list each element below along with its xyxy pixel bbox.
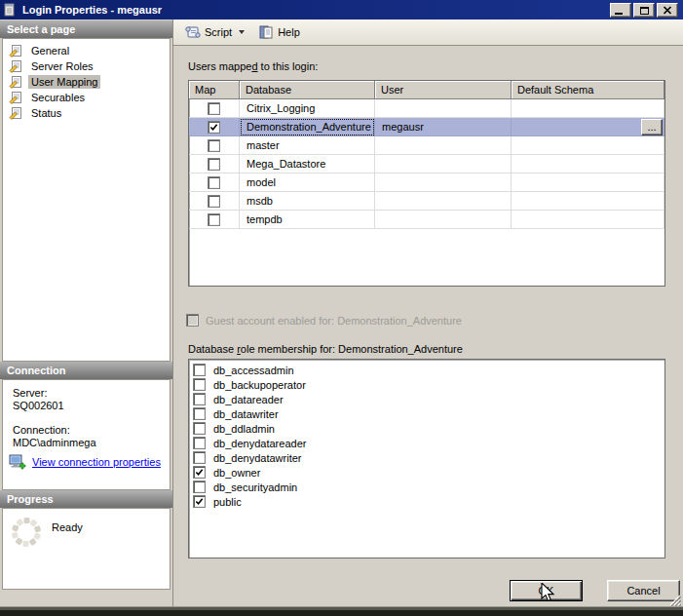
table-row[interactable]: msdb: [189, 192, 664, 211]
role-checkbox[interactable]: [193, 437, 206, 449]
map-checkbox[interactable]: [208, 121, 220, 134]
list-item-db_datareader[interactable]: db_datareader: [189, 392, 664, 406]
role-checkbox[interactable]: [193, 495, 206, 508]
map-checkbox[interactable]: [208, 213, 220, 226]
default-schema-cell[interactable]: [512, 99, 664, 118]
table-row[interactable]: model: [189, 173, 664, 192]
list-item-db_securityadmin[interactable]: db_securityadmin: [189, 480, 664, 494]
column-header-user[interactable]: User: [375, 81, 512, 99]
role-checkbox[interactable]: [193, 378, 206, 391]
toolbar: Script Help: [173, 19, 683, 46]
list-item-db_denydatawriter[interactable]: db_denydatawriter: [189, 450, 664, 465]
connection-label: Connection:: [13, 424, 70, 436]
page-icon: [9, 59, 23, 73]
user-cell[interactable]: [375, 136, 512, 155]
database-cell[interactable]: master: [240, 136, 375, 155]
role-checkbox[interactable]: [193, 466, 206, 479]
progress-status: Ready: [52, 521, 83, 533]
role-checkbox[interactable]: [193, 451, 206, 464]
minimize-button[interactable]: [610, 3, 631, 18]
sidebar-item-user-mapping[interactable]: User Mapping: [3, 74, 170, 90]
role-checkbox[interactable]: [193, 364, 206, 376]
default-schema-cell[interactable]: [512, 211, 664, 229]
default-schema-browse-button[interactable]: ...: [641, 119, 663, 135]
role-label: db_denydatareader: [213, 438, 306, 449]
table-row[interactable]: Citrix_Logging: [189, 99, 664, 118]
role-checkbox[interactable]: [193, 481, 206, 493]
map-checkbox[interactable]: [208, 158, 220, 171]
connection-value: MDC\adminmega: [13, 437, 96, 448]
role-checkbox[interactable]: [193, 407, 206, 420]
database-cell[interactable]: msdb: [240, 192, 375, 211]
user-cell[interactable]: [375, 211, 512, 229]
column-header-map[interactable]: Map: [189, 81, 240, 99]
maximize-icon: [640, 7, 649, 15]
map-checkbox[interactable]: [208, 176, 220, 189]
list-item-db_backupoperator[interactable]: db_backupoperator: [189, 377, 664, 392]
database-cell[interactable]: Demonstration_Adventure: [240, 118, 375, 136]
default-schema-cell[interactable]: [512, 192, 664, 211]
map-checkbox[interactable]: [208, 195, 220, 208]
user-cell[interactable]: [375, 155, 512, 173]
table-row[interactable]: Mega_Datastore: [189, 155, 664, 173]
progress-header: Progress: [0, 490, 172, 508]
sidebar-item-status[interactable]: Status: [3, 105, 170, 121]
sidebar-item-general[interactable]: General: [3, 43, 170, 58]
database-cell[interactable]: Mega_Datastore: [240, 155, 375, 173]
database-cell[interactable]: model: [240, 173, 375, 192]
maximize-button[interactable]: [633, 3, 655, 18]
role-label: db_owner: [213, 467, 260, 479]
window-icon: [4, 3, 18, 17]
help-button[interactable]: Help: [254, 22, 304, 42]
titlebar[interactable]: Login Properties - megausr: [0, 0, 683, 19]
close-button[interactable]: [657, 3, 678, 18]
sidebar: Select a page GeneralServer RolesUser Ma…: [0, 19, 172, 606]
grid-header-row: MapDatabaseUserDefault Schema: [189, 81, 664, 99]
list-item-db_datawriter[interactable]: db_datawriter: [189, 406, 664, 421]
page-icon: [9, 44, 23, 58]
map-cell: [189, 118, 240, 136]
sidebar-item-label: Status: [28, 106, 64, 120]
default-schema-cell[interactable]: [512, 155, 664, 173]
user-cell[interactable]: [375, 173, 512, 192]
default-schema-cell[interactable]: [512, 136, 664, 155]
map-checkbox[interactable]: [208, 102, 220, 115]
page-list: GeneralServer RolesUser MappingSecurable…: [2, 38, 171, 362]
column-header-default-schema[interactable]: Default Schema: [512, 81, 664, 99]
table-row[interactable]: Demonstration_Adventuremegausr...: [189, 118, 664, 136]
role-checkbox[interactable]: [193, 422, 206, 435]
window-controls: [610, 3, 678, 18]
table-row[interactable]: tempdb: [189, 211, 664, 229]
main-panel: Script Help Users mapped to this login: …: [172, 19, 683, 606]
database-cell[interactable]: tempdb: [240, 211, 375, 229]
default-schema-cell[interactable]: [512, 173, 664, 192]
user-cell[interactable]: megausr: [375, 118, 512, 136]
select-a-page-header: Select a page: [0, 20, 172, 38]
list-item-db_owner[interactable]: db_owner: [189, 465, 664, 480]
column-header-database[interactable]: Database: [240, 81, 375, 99]
map-cell: [189, 173, 240, 192]
view-connection-properties-link[interactable]: View connection properties: [32, 456, 161, 468]
map-checkbox[interactable]: [208, 139, 220, 152]
ok-button[interactable]: OK: [510, 580, 583, 601]
user-cell[interactable]: [375, 99, 512, 118]
server-label: Server:: [13, 387, 47, 399]
database-cell[interactable]: Citrix_Logging: [240, 99, 375, 118]
user-cell[interactable]: [375, 192, 512, 211]
list-item-db_accessadmin[interactable]: db_accessadmin: [189, 363, 664, 377]
table-row[interactable]: master: [189, 136, 664, 155]
sidebar-item-server-roles[interactable]: Server Roles: [3, 58, 170, 74]
window-title: Login Properties - megausr: [22, 4, 162, 16]
list-item-db_denydatareader[interactable]: db_denydatareader: [189, 436, 664, 450]
sidebar-item-securables[interactable]: Securables: [3, 90, 170, 105]
role-label: db_securityadmin: [213, 481, 297, 493]
default-schema-cell[interactable]: ...: [512, 118, 664, 136]
role-label: db_ddladmin: [213, 423, 275, 435]
list-item-db_ddladmin[interactable]: db_ddladmin: [189, 421, 664, 436]
script-button[interactable]: Script: [180, 22, 248, 42]
map-cell: [189, 155, 240, 173]
map-cell: [189, 136, 240, 155]
list-item-public[interactable]: public: [189, 494, 664, 509]
role-membership-label: Database role membership for: Demonstrat…: [188, 343, 463, 355]
role-checkbox[interactable]: [193, 393, 206, 405]
